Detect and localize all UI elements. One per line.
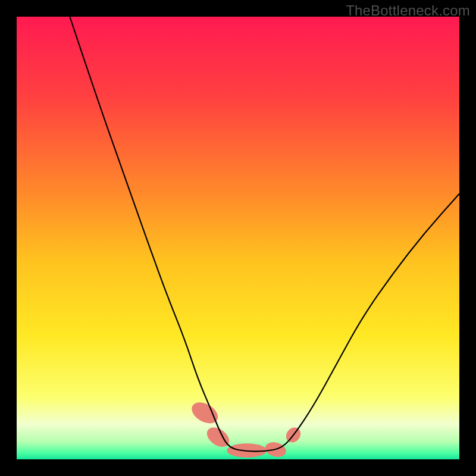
plot-area [17,17,459,459]
chart-frame: TheBottleneck.com [0,0,476,476]
gradient-background [17,17,459,459]
plot-svg [17,17,459,459]
